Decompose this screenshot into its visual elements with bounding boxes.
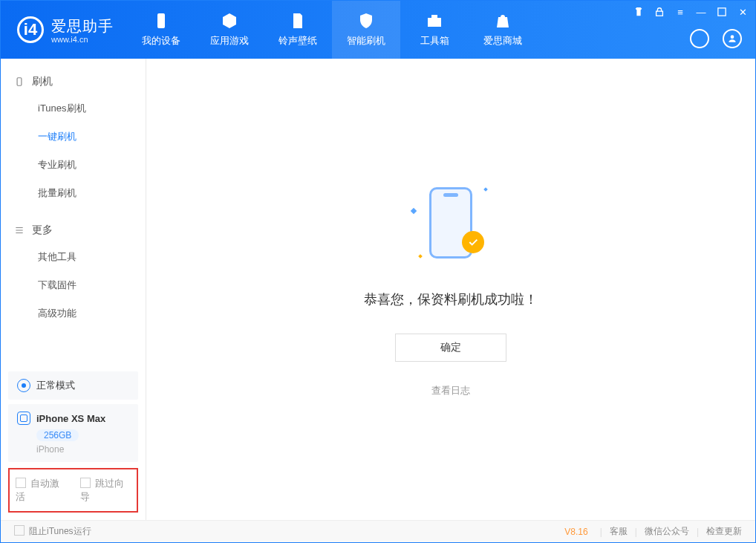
shirt-icon[interactable]	[633, 7, 644, 17]
mode-indicator-icon	[17, 379, 30, 392]
checkbox-label: 阻止iTunes运行	[29, 526, 91, 536]
nav-label: 应用游戏	[210, 34, 249, 48]
app-subtitle: www.i4.cn	[51, 35, 114, 44]
svg-rect-4	[17, 78, 22, 86]
sidebar: 刷机 iTunes刷机 一键刷机 专业刷机 批量刷机 更多 其他工具 下载固件 …	[1, 59, 146, 520]
app-header: i4 爱思助手 www.i4.cn 我的设备 应用游戏 铃声壁纸 智能刷机 工具…	[1, 1, 755, 59]
mode-panel[interactable]: 正常模式	[8, 371, 138, 400]
flash-options-highlight: 自动激活 跳过向导	[8, 468, 138, 513]
sidebar-heading-label: 刷机	[32, 75, 53, 88]
skip-guide-checkbox[interactable]: 跳过向导	[80, 477, 131, 504]
sidebar-heading-flash: 刷机	[1, 68, 146, 94]
sidebar-bottom: 正常模式 iPhone XS Max 256GB iPhone 自动激活 跳过向…	[1, 367, 146, 520]
nav-label: 爱思商城	[483, 34, 522, 48]
svg-rect-1	[656, 11, 663, 16]
ok-button[interactable]: 确定	[395, 334, 506, 362]
toolbox-icon	[426, 12, 443, 30]
user-icon[interactable]	[723, 29, 742, 48]
cube-icon	[221, 12, 238, 30]
logo-icon: i4	[17, 16, 44, 43]
footer-link-update[interactable]: 检查更新	[706, 525, 742, 538]
device-panel[interactable]: iPhone XS Max 256GB iPhone	[8, 404, 138, 462]
sidebar-section-more: 更多 其他工具 下载固件 高级功能	[1, 207, 146, 328]
sidebar-item-batch-flash[interactable]: 批量刷机	[1, 179, 146, 207]
version-label: V8.16	[564, 527, 587, 537]
nav-apps-games[interactable]: 应用游戏	[195, 1, 264, 59]
phone-outline-icon	[14, 77, 25, 87]
menu-icon[interactable]: ≡	[675, 7, 685, 17]
checkbox-icon	[16, 478, 26, 488]
bag-icon	[494, 12, 512, 30]
nav-ringtone-wallpaper[interactable]: 铃声壁纸	[264, 1, 332, 59]
sparkle-icon	[411, 207, 417, 213]
sparkle-icon	[483, 187, 488, 192]
nav-label: 工具箱	[420, 34, 449, 48]
device-type: iPhone	[36, 444, 129, 455]
nav-store[interactable]: 爱思商城	[469, 1, 537, 59]
header-action-icons	[690, 29, 742, 48]
nav-smart-flash[interactable]: 智能刷机	[332, 1, 400, 59]
auto-activate-checkbox[interactable]: 自动激活	[16, 477, 67, 504]
nav-label: 我的设备	[142, 34, 180, 48]
lock-icon[interactable]	[654, 7, 665, 17]
nav-toolbox[interactable]: 工具箱	[400, 1, 469, 59]
check-badge-icon	[462, 231, 484, 253]
sidebar-section-flash: 刷机 iTunes刷机 一键刷机 专业刷机 批量刷机	[1, 59, 146, 207]
checkbox-icon	[14, 525, 25, 536]
device-name: iPhone XS Max	[36, 413, 105, 424]
sidebar-item-other-tools[interactable]: 其他工具	[1, 243, 146, 271]
sidebar-item-pro-flash[interactable]: 专业刷机	[1, 151, 146, 179]
sidebar-item-itunes-flash[interactable]: iTunes刷机	[1, 94, 146, 123]
refresh-shield-icon	[357, 12, 375, 30]
sidebar-item-download-fw[interactable]: 下载固件	[1, 271, 146, 299]
svg-point-3	[731, 35, 734, 39]
sidebar-heading-more: 更多	[1, 216, 146, 243]
mode-label: 正常模式	[36, 379, 75, 392]
list-icon	[14, 225, 25, 235]
maximize-icon[interactable]	[717, 7, 727, 17]
nav-my-device[interactable]: 我的设备	[127, 1, 195, 59]
storage-badge: 256GB	[36, 429, 79, 441]
device-outline-icon	[17, 412, 30, 425]
sidebar-item-advanced[interactable]: 高级功能	[1, 299, 146, 328]
footer-link-wechat[interactable]: 微信公众号	[645, 525, 689, 538]
sparkle-icon	[418, 254, 423, 259]
view-log-link[interactable]: 查看日志	[431, 384, 470, 397]
download-icon[interactable]	[690, 29, 709, 48]
window-controls: ≡ — ✕	[633, 7, 748, 17]
success-illustration	[410, 182, 492, 264]
separator: |	[635, 527, 637, 537]
main-content: 恭喜您，保资料刷机成功啦！ 确定 查看日志	[146, 59, 755, 520]
block-itunes-checkbox[interactable]: 阻止iTunes运行	[14, 525, 91, 538]
footer-link-support[interactable]: 客服	[610, 525, 628, 538]
status-bar: 阻止iTunes运行 V8.16 | 客服 | 微信公众号 | 检查更新	[1, 520, 755, 542]
music-file-icon	[289, 12, 307, 30]
checkbox-icon	[80, 478, 91, 488]
top-nav: 我的设备 应用游戏 铃声壁纸 智能刷机 工具箱 爱思商城	[127, 1, 537, 59]
app-title: 爱思助手	[51, 16, 114, 36]
nav-label: 铃声壁纸	[278, 34, 317, 48]
app-body: 刷机 iTunes刷机 一键刷机 专业刷机 批量刷机 更多 其他工具 下载固件 …	[1, 59, 755, 520]
separator: |	[697, 527, 699, 537]
nav-label: 智能刷机	[347, 34, 385, 48]
sidebar-heading-label: 更多	[32, 224, 53, 237]
sidebar-item-oneclick-flash[interactable]: 一键刷机	[1, 123, 146, 151]
app-logo: i4 爱思助手 www.i4.cn	[1, 1, 127, 59]
close-icon[interactable]: ✕	[737, 7, 748, 17]
separator: |	[600, 527, 602, 537]
device-icon	[152, 12, 170, 30]
svg-rect-2	[718, 8, 726, 16]
minimize-icon[interactable]: —	[696, 7, 706, 17]
success-message: 恭喜您，保资料刷机成功啦！	[364, 290, 538, 308]
svg-rect-0	[157, 13, 165, 28]
